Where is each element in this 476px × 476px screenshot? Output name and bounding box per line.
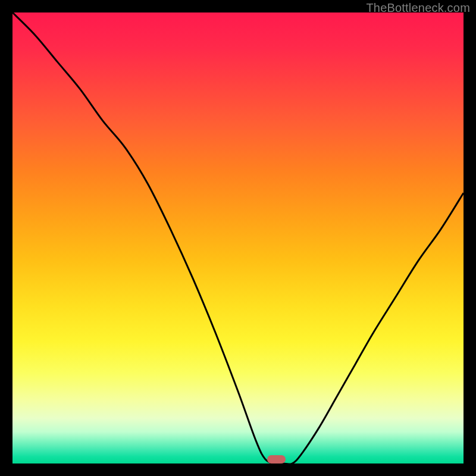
watermark-text: TheBottleneck.com xyxy=(366,1,470,15)
plot-area xyxy=(12,12,464,464)
bottleneck-curve xyxy=(12,12,464,464)
optimal-point-marker xyxy=(267,455,285,464)
chart-frame: TheBottleneck.com xyxy=(0,0,476,476)
